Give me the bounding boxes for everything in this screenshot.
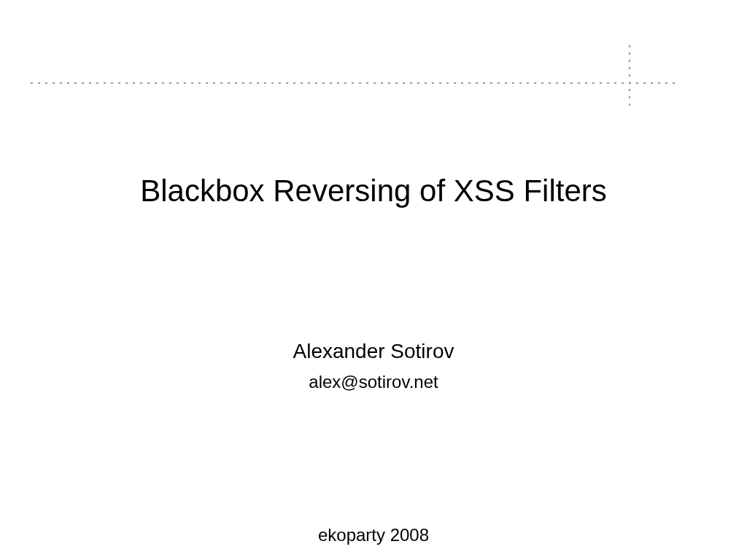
- slide-content: Blackbox Reversing of XSS Filters Alexan…: [0, 0, 747, 560]
- slide-email: alex@sotirov.net: [309, 372, 438, 392]
- slide-author: Alexander Sotirov: [293, 340, 454, 363]
- slide-event: ekoparty 2008: [0, 525, 747, 545]
- slide-title: Blackbox Reversing of XSS Filters: [140, 174, 607, 209]
